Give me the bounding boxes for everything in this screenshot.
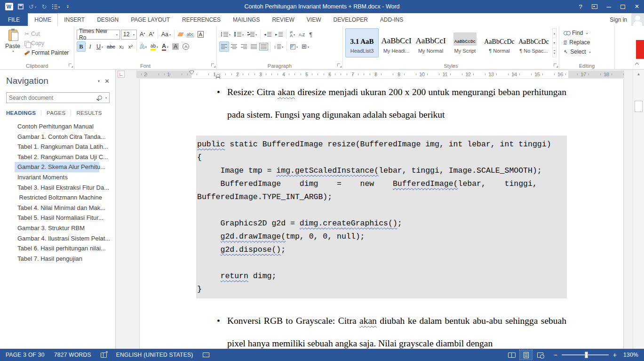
replace-button[interactable]: Replace bbox=[562, 38, 612, 47]
paste-button[interactable]: Paste ▾ bbox=[2, 28, 23, 59]
font-dialog-launcher[interactable] bbox=[211, 63, 215, 68]
style-my-headi-[interactable]: AaBbCcIMy Headi... bbox=[380, 28, 413, 57]
tab-pages[interactable]: PAGES bbox=[41, 110, 71, 116]
align-right-button[interactable] bbox=[239, 41, 249, 52]
style--normal[interactable]: AaBbCcDc¶ Normal bbox=[483, 28, 516, 57]
phonetic-guide-button[interactable]: abc bbox=[185, 29, 196, 40]
font-color-button[interactable]: A▾ bbox=[160, 41, 170, 52]
nav-heading-item[interactable]: Gambar 2. Skema Alur Perhitu... bbox=[15, 162, 99, 172]
vertical-scrollbar[interactable]: ▲ bbox=[633, 70, 644, 349]
tab-headings[interactable]: HEADINGS bbox=[6, 110, 41, 116]
enclose-characters-button[interactable]: A bbox=[181, 41, 191, 52]
search-icon[interactable] bbox=[98, 96, 102, 100]
style--no-spac-[interactable]: AaBbCcDc¶ No Spac... bbox=[517, 28, 550, 57]
page-indicator[interactable]: PAGE 3 OF 30 bbox=[6, 352, 45, 358]
web-layout-button[interactable] bbox=[534, 350, 546, 360]
style-my-script[interactable]: AaBbCcDcMy Script bbox=[448, 28, 482, 57]
asian-layout-button[interactable]: ▾ bbox=[288, 29, 297, 40]
decrease-indent-button[interactable] bbox=[262, 29, 273, 40]
nav-heading-item[interactable]: Restricted Boltzmann Machine bbox=[15, 193, 99, 203]
help-button[interactable]: ? bbox=[573, 0, 588, 13]
shrink-font-button[interactable]: A bbox=[147, 29, 156, 40]
style-my-normal[interactable]: AaBbCcIMy Normal bbox=[414, 28, 447, 57]
tab-home[interactable]: HOME bbox=[28, 13, 58, 26]
code-block[interactable]: public static BufferedImage resize(Buffe… bbox=[196, 136, 567, 298]
nav-heading-item[interactable]: Tabel 5. Hasil Normaliasi Fitur... bbox=[15, 213, 99, 223]
style-headlist3[interactable]: 3.1 AaBHeadList3 bbox=[345, 28, 379, 57]
nav-heading-item[interactable]: Tabel 2. Rangkuman Data Uji C... bbox=[15, 152, 99, 162]
word-count[interactable]: 7827 WORDS bbox=[54, 352, 91, 358]
char-shading-button[interactable]: A bbox=[170, 41, 181, 52]
styles-scroll-up-button[interactable]: ▴ bbox=[553, 29, 556, 38]
document-page[interactable]: • Resize: Citra akan diresize menjadi uk… bbox=[140, 79, 623, 349]
zoom-slider[interactable] bbox=[562, 354, 609, 355]
nav-heading-item[interactable]: Tabel 6. Hasil perhitungan nilai... bbox=[15, 243, 99, 254]
format-painter-button[interactable]: Format Painter bbox=[23, 48, 70, 57]
clear-formatting-button[interactable] bbox=[176, 29, 185, 40]
underline-button[interactable]: U▾ bbox=[95, 41, 105, 52]
tab-review[interactable]: REVIEW bbox=[266, 13, 300, 26]
customize-qat-button[interactable]: ▾ bbox=[62, 1, 73, 12]
avatar[interactable] bbox=[631, 13, 644, 26]
grow-font-button[interactable]: A bbox=[138, 29, 147, 40]
redo-button[interactable]: ↻ bbox=[39, 1, 50, 12]
styles-more-button[interactable]: ▾ bbox=[553, 48, 556, 57]
ribbon-display-options-button[interactable] bbox=[588, 0, 602, 13]
sort-button[interactable] bbox=[297, 29, 306, 40]
font-name-select[interactable]: Times New Ro▾ bbox=[77, 30, 120, 40]
tab-mailings[interactable]: MAILINGS bbox=[227, 13, 266, 26]
nav-heading-item[interactable]: Contoh Perhitungan Manual bbox=[15, 121, 99, 132]
bullet-paragraph[interactable]: • Konversi RGB to Grayscale: Citra akan … bbox=[215, 310, 566, 349]
tab-design[interactable]: DESIGN bbox=[91, 13, 125, 26]
horizontal-ruler[interactable]: 21123456789101112131415161718 bbox=[136, 71, 624, 78]
sign-in-link[interactable]: Sign in bbox=[610, 16, 627, 23]
search-dropdown-icon[interactable]: ▾ bbox=[105, 96, 107, 99]
strikethrough-button[interactable]: abc bbox=[105, 41, 117, 52]
show-marks-button[interactable]: ¶ bbox=[306, 29, 315, 40]
collapse-ribbon-button[interactable] bbox=[635, 62, 640, 66]
first-line-indent-marker[interactable] bbox=[190, 71, 194, 74]
paragraph-dialog-launcher[interactable] bbox=[337, 63, 342, 68]
tab-file[interactable]: FILE bbox=[0, 13, 28, 26]
bullet-paragraph[interactable]: • Resize: Citra akan diresize menjadi uk… bbox=[215, 81, 566, 126]
save-button[interactable] bbox=[15, 1, 26, 12]
search-input[interactable] bbox=[9, 95, 98, 101]
highlight-button[interactable]: ab▾ bbox=[149, 41, 160, 52]
multilevel-list-button[interactable]: ▾ bbox=[246, 29, 259, 40]
increase-indent-button[interactable] bbox=[273, 29, 285, 40]
maximize-button[interactable] bbox=[616, 0, 630, 13]
character-border-button[interactable]: A bbox=[196, 29, 206, 40]
proofing-status[interactable] bbox=[101, 352, 107, 358]
text-effects-button[interactable]: A▾ bbox=[138, 41, 149, 52]
numbering-button[interactable]: ▾ bbox=[232, 29, 246, 40]
zoom-in-button[interactable]: + bbox=[611, 351, 619, 359]
line-spacing-button[interactable]: ▾ bbox=[272, 41, 285, 52]
undo-button[interactable]: ↺▾ bbox=[27, 1, 38, 12]
italic-button[interactable]: I bbox=[86, 41, 95, 52]
nav-heading-item[interactable]: Gambar 4. Ilustrasi Sistem Pelat... bbox=[15, 233, 99, 244]
shading-button[interactable]: ▾ bbox=[288, 41, 300, 52]
tab-references[interactable]: REFERENCES bbox=[176, 13, 227, 26]
clipboard-dialog-launcher[interactable] bbox=[68, 63, 73, 68]
nav-heading-item[interactable]: Tabel 7. Hasil pengujian bbox=[15, 254, 99, 264]
tab-results[interactable]: RESULTS bbox=[71, 110, 107, 116]
styles-dialog-launcher[interactable] bbox=[553, 63, 558, 68]
tab-page-layout[interactable]: PAGE LAYOUT bbox=[125, 13, 176, 26]
find-button[interactable]: Find▾ bbox=[562, 28, 612, 38]
change-case-button[interactable]: Aa▾ bbox=[159, 29, 173, 40]
word-logo-icon[interactable]: W bbox=[3, 1, 15, 12]
font-size-select[interactable]: 12▾ bbox=[121, 30, 137, 40]
copy-button[interactable]: Copy bbox=[23, 39, 70, 48]
read-mode-button[interactable] bbox=[506, 350, 518, 360]
bullets-button[interactable]: ▾ bbox=[219, 29, 232, 40]
tab-insert[interactable]: INSERT bbox=[58, 13, 91, 26]
zoom-slider-thumb[interactable] bbox=[585, 352, 588, 358]
nav-heading-item[interactable]: Tabel 4. Nilai Minimal dan Mak... bbox=[15, 203, 99, 213]
justify-button[interactable] bbox=[249, 41, 259, 52]
print-layout-button[interactable] bbox=[520, 350, 532, 360]
zoom-out-button[interactable]: − bbox=[552, 351, 559, 359]
tab-selector[interactable]: ∟ bbox=[118, 71, 125, 78]
superscript-button[interactable]: x² bbox=[126, 41, 135, 52]
minimize-button[interactable]: ─ bbox=[602, 0, 616, 13]
nav-heading-item[interactable]: Tabel 3. Hasil Ekstraksi Fitur Da... bbox=[15, 183, 99, 193]
